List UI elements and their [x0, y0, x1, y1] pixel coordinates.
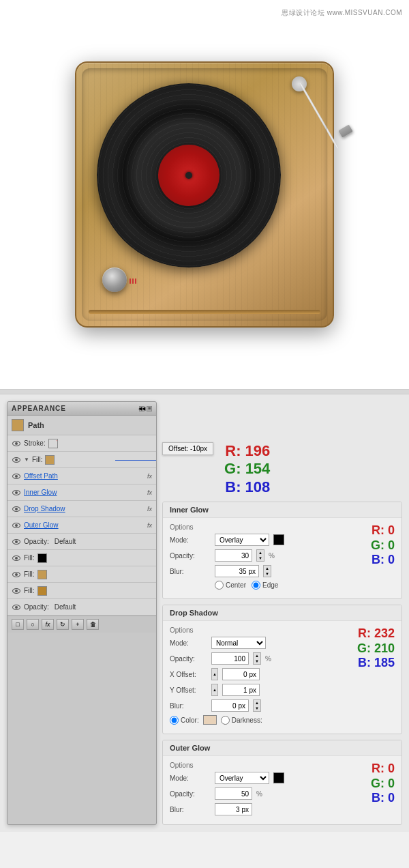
inner-glow-position-row: Center Edge — [170, 581, 340, 590]
outer-glow-blur-row: Blur: — [170, 803, 340, 815]
og-opacity-input[interactable] — [215, 787, 252, 800]
turntable-icon — [75, 61, 334, 328]
outer-glow-row: Outer Glow fx — [7, 517, 156, 534]
expand-arrow[interactable]: ▼ — [24, 457, 29, 463]
og-mode-select[interactable]: Overlay Normal — [215, 772, 269, 784]
toolbar-delete-btn[interactable]: 🗑 — [87, 619, 99, 630]
inner-glow-r: R: 0 — [372, 523, 395, 538]
og-color-swatch[interactable] — [273, 772, 284, 783]
inner-glow-blur-label: Blur: — [170, 568, 211, 575]
appearance-panel: APPEARANCE ◀◀ ≡ Path Stroke: ▼ — [7, 401, 157, 825]
fill-brown-row: Fill: — [7, 566, 156, 583]
eye-icon-offset[interactable] — [12, 473, 21, 480]
ds-opacity-input[interactable] — [211, 652, 249, 665]
ds-mode-select[interactable]: Normal Overlay — [211, 637, 266, 649]
fill-black-label: Fill: — [24, 554, 35, 562]
knob-line-3 — [135, 278, 136, 284]
inner-glow-link[interactable]: Inner Glow — [24, 489, 57, 496]
drop-shadow-row: Drop Shadow fx — [7, 501, 156, 517]
edge-radio-input[interactable] — [252, 581, 260, 590]
fill-offset-row: ▼ Fill: — [7, 452, 156, 468]
eye-icon-drop-shadow[interactable] — [12, 506, 21, 512]
darkness-radio[interactable]: Darkness: — [221, 716, 262, 725]
toolbar-fx-btn[interactable]: fx — [42, 619, 54, 630]
toolbar-add-btn[interactable]: + — [72, 619, 84, 630]
ds-blur-spinner[interactable]: ▲▼ — [253, 699, 261, 712]
fill-brown2-row: Fill: — [7, 583, 156, 599]
inner-glow-blur-input[interactable] — [215, 565, 259, 577]
og-blur-input[interactable] — [215, 803, 252, 815]
eye-icon-fill-brown2[interactable] — [12, 588, 21, 594]
inner-glow-opacity-input[interactable] — [215, 549, 252, 562]
color-radio[interactable]: Color: — [170, 716, 199, 725]
inner-glow-mode-label: Mode: — [170, 536, 211, 544]
watermark: 思绿设计论坛 www.MISSVUAN.COM — [282, 8, 402, 18]
drop-shadow-body: Options Mode: Normal Overlay Opacity: ▲▼… — [163, 621, 402, 734]
section-divider — [0, 389, 409, 394]
path-label: Path — [28, 421, 44, 429]
inner-glow-mode-select[interactable]: Overlay Normal Multiply — [215, 534, 269, 546]
bottom-section: APPEARANCE ◀◀ ≡ Path Stroke: ▼ — [0, 394, 409, 832]
eye-icon-stroke[interactable] — [12, 440, 21, 447]
eye-icon-fill-black[interactable] — [12, 555, 21, 562]
inner-glow-opacity-label: Opacity: — [170, 552, 211, 560]
drop-shadow-y-row: Y Offset: ▲ — [170, 684, 340, 696]
ds-y-input[interactable] — [222, 684, 260, 696]
toolbar-square-btn[interactable]: □ — [12, 619, 24, 630]
right-panels: Offset: -10px R: 196 G: 154 B: 108 Inner… — [162, 401, 402, 825]
ds-r: R: 232 — [358, 626, 395, 641]
tonearm-arm — [299, 83, 339, 149]
drop-shadow-link[interactable]: Drop Shadow — [24, 505, 65, 512]
toolbar-circle-btn[interactable]: ○ — [27, 619, 39, 630]
offset-path-link[interactable]: Offset Path — [24, 472, 58, 480]
darkness-radio-input[interactable] — [221, 716, 230, 725]
inner-glow-title: Inner Glow — [163, 502, 402, 518]
eye-icon-outer-glow[interactable] — [12, 522, 21, 529]
outer-glow-fx-badge: fx — [147, 522, 152, 529]
knob-line-1 — [130, 278, 131, 284]
ds-g: G: 210 — [357, 641, 395, 656]
fill-label: Fill: — [32, 456, 43, 463]
ds-x-input[interactable] — [222, 668, 260, 680]
panel-titlebar: APPEARANCE ◀◀ ≡ — [7, 402, 156, 416]
og-r: R: 0 — [372, 762, 395, 777]
inner-glow-options-label: Options — [170, 523, 340, 531]
path-color-swatch — [12, 419, 24, 431]
eye-icon-opacity1[interactable] — [12, 538, 21, 545]
panel-menu-btn[interactable]: ≡ — [147, 406, 152, 411]
eye-icon-inner-glow[interactable] — [12, 489, 21, 496]
drop-shadow-color-row: Color: Darkness: — [170, 715, 340, 725]
toolbar-refresh-btn[interactable]: ↻ — [57, 619, 69, 630]
panel-minimize-btn[interactable]: ◀◀ — [139, 406, 145, 411]
fill-brown2-swatch[interactable] — [37, 586, 47, 596]
fill-brown-swatch[interactable] — [37, 570, 47, 579]
drop-shadow-mode-row: Mode: Normal Overlay — [170, 637, 340, 649]
fill-black-swatch[interactable] — [37, 553, 47, 563]
outer-glow-link[interactable]: Outer Glow — [24, 521, 59, 529]
inner-glow-panel: Inner Glow Options Mode: Overlay Normal … — [162, 502, 402, 599]
outer-glow-panel: Outer Glow Options Mode: Overlay Normal … — [162, 740, 402, 825]
edge-radio[interactable]: Edge — [252, 581, 278, 590]
outer-glow-title: Outer Glow — [163, 740, 402, 756]
eye-icon-opacity2[interactable] — [12, 604, 21, 611]
ds-y-spinner-up[interactable]: ▲ — [211, 684, 218, 696]
fill-color-swatch[interactable] — [45, 455, 55, 465]
center-radio[interactable]: Center — [215, 581, 246, 590]
no-stroke-swatch[interactable] — [48, 439, 58, 448]
inner-glow-blur-row: Blur: ▲▼ — [170, 565, 340, 577]
ds-color-swatch[interactable] — [203, 715, 217, 725]
eye-icon-fill[interactable] — [12, 457, 21, 463]
center-radio-input[interactable] — [215, 581, 224, 590]
fill-black-row: Fill: — [7, 550, 156, 566]
eye-icon-fill-brown[interactable] — [12, 571, 21, 578]
ds-x-label: X Offset: — [170, 671, 207, 678]
ds-opacity-spinner[interactable]: ▲▼ — [253, 652, 261, 665]
opacity-default-row-1: Opacity: Default — [7, 534, 156, 550]
inner-glow-blur-spinner[interactable]: ▲▼ — [263, 565, 271, 577]
inner-glow-opacity-spinner[interactable]: ▲▼ — [256, 549, 264, 562]
inner-glow-color-swatch[interactable] — [273, 534, 284, 545]
color-radio-input[interactable] — [170, 716, 179, 725]
ds-blur-input[interactable] — [211, 699, 249, 712]
ds-x-spinner-up[interactable]: ▲ — [211, 668, 218, 680]
inner-glow-row: Inner Glow fx — [7, 484, 156, 501]
